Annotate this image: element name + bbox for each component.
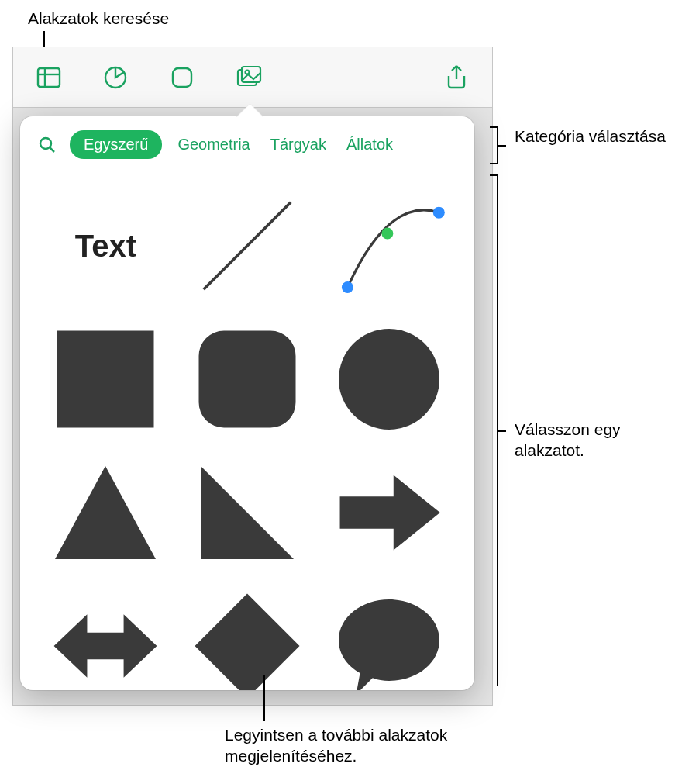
- svg-marker-21: [195, 594, 299, 691]
- category-active[interactable]: Egyszerű: [70, 130, 162, 159]
- table-button[interactable]: [27, 60, 71, 95]
- svg-rect-0: [38, 68, 60, 87]
- callout-category: Kategória választása: [515, 126, 670, 147]
- shape-square[interactable]: [47, 321, 164, 437]
- toolbar: [13, 47, 492, 108]
- shape-grid: Text: [20, 170, 474, 690]
- shape-text[interactable]: Text: [47, 188, 164, 304]
- svg-rect-15: [198, 331, 295, 428]
- text-shape-label: Text: [75, 229, 136, 264]
- search-icon[interactable]: [36, 133, 59, 157]
- shape-curve[interactable]: [331, 188, 447, 304]
- category-targyak[interactable]: Tárgyak: [266, 130, 331, 159]
- shape-triangle[interactable]: [47, 454, 164, 571]
- bracket-choose: [490, 174, 498, 686]
- bracket-category: [490, 126, 498, 164]
- callout-swipe: Legyintsen a további alakzatok megjelení…: [225, 724, 550, 767]
- shape-rounded-square[interactable]: [189, 321, 305, 437]
- shape-right-triangle[interactable]: [189, 454, 305, 571]
- shape-speech-bubble[interactable]: [331, 588, 447, 690]
- share-button[interactable]: [435, 60, 478, 95]
- category-allatok[interactable]: Állatok: [342, 130, 398, 159]
- shape-arrow-right[interactable]: [331, 454, 447, 571]
- shape-diamond[interactable]: [189, 588, 305, 690]
- shape-line[interactable]: [189, 188, 305, 304]
- shape-circle[interactable]: [331, 321, 447, 437]
- svg-point-12: [432, 207, 444, 219]
- media-button[interactable]: [227, 60, 270, 95]
- callout-line-swipe: [264, 675, 265, 721]
- shape-arrow-double[interactable]: [47, 588, 164, 690]
- svg-point-16: [339, 329, 439, 430]
- svg-line-9: [50, 147, 54, 152]
- svg-rect-4: [173, 68, 191, 87]
- shapes-popover: Egyszerű Geometria Tárgyak Állatok Text: [20, 116, 474, 690]
- shape-button[interactable]: [160, 60, 204, 95]
- svg-marker-19: [339, 475, 439, 551]
- svg-line-10: [204, 202, 291, 290]
- category-geometria[interactable]: Geometria: [173, 130, 254, 159]
- svg-marker-20: [54, 614, 157, 677]
- svg-marker-18: [201, 466, 294, 559]
- svg-point-13: [381, 227, 393, 239]
- callout-search: Alakzatok keresése: [28, 8, 169, 29]
- svg-marker-17: [55, 466, 156, 559]
- callout-choose: Válasszon egy alakzatot.: [515, 419, 677, 461]
- svg-point-11: [342, 281, 353, 293]
- svg-rect-14: [57, 331, 154, 428]
- chart-button[interactable]: [94, 60, 137, 95]
- category-row: Egyszerű Geometria Tárgyak Állatok: [20, 116, 474, 170]
- svg-point-8: [40, 138, 51, 149]
